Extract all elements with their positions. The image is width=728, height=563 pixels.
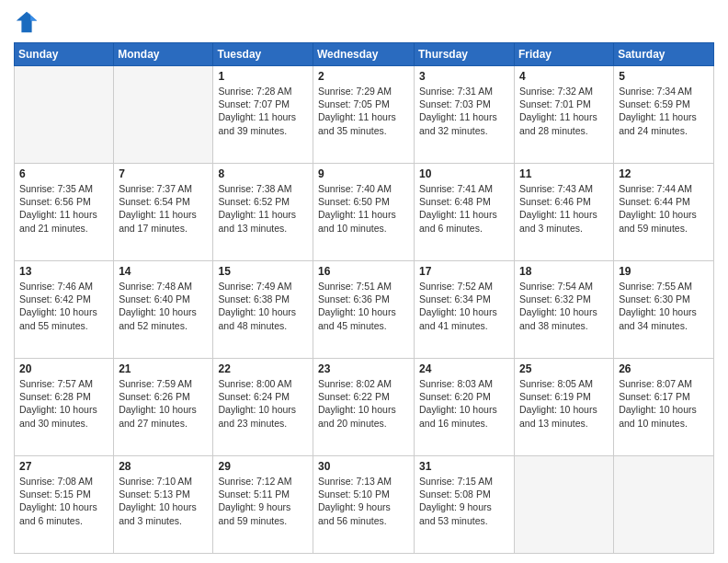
day-number: 2: [318, 70, 409, 83]
day-info: Sunrise: 7:08 AMSunset: 5:15 PMDaylight:…: [19, 475, 108, 527]
day-info: Sunrise: 7:31 AMSunset: 7:03 PMDaylight:…: [419, 85, 509, 137]
day-cell: 29Sunrise: 7:12 AMSunset: 5:11 PMDayligh…: [213, 456, 313, 554]
day-number: 3: [419, 70, 509, 83]
day-number: 20: [19, 362, 108, 375]
day-cell: 28Sunrise: 7:10 AMSunset: 5:13 PMDayligh…: [114, 456, 213, 554]
day-cell: 27Sunrise: 7:08 AMSunset: 5:15 PMDayligh…: [15, 456, 114, 554]
day-info: Sunrise: 7:52 AMSunset: 6:34 PMDaylight:…: [419, 280, 509, 332]
day-cell: 21Sunrise: 7:59 AMSunset: 6:26 PMDayligh…: [114, 359, 213, 456]
day-info: Sunrise: 8:02 AMSunset: 6:22 PMDaylight:…: [318, 377, 409, 430]
day-cell: 19Sunrise: 7:55 AMSunset: 6:30 PMDayligh…: [614, 261, 714, 359]
week-row-2: 6Sunrise: 7:35 AMSunset: 6:56 PMDaylight…: [15, 164, 714, 261]
day-cell: 6Sunrise: 7:35 AMSunset: 6:56 PMDaylight…: [15, 164, 114, 261]
day-cell: [515, 456, 614, 554]
day-number: 25: [519, 362, 609, 375]
week-row-4: 20Sunrise: 7:57 AMSunset: 6:28 PMDayligh…: [15, 359, 714, 456]
logo: [14, 9, 43, 35]
header-friday: Friday: [515, 43, 614, 66]
day-number: 11: [519, 167, 609, 180]
day-cell: 9Sunrise: 7:40 AMSunset: 6:50 PMDaylight…: [313, 164, 415, 261]
calendar-header: SundayMondayTuesdayWednesdayThursdayFrid…: [15, 43, 714, 66]
day-cell: 31Sunrise: 7:15 AMSunset: 5:08 PMDayligh…: [415, 456, 515, 554]
day-cell: 8Sunrise: 7:38 AMSunset: 6:52 PMDaylight…: [213, 164, 313, 261]
day-cell: 7Sunrise: 7:37 AMSunset: 6:54 PMDaylight…: [114, 164, 213, 261]
day-cell: 1Sunrise: 7:28 AMSunset: 7:07 PMDaylight…: [213, 66, 313, 164]
day-cell: 26Sunrise: 8:07 AMSunset: 6:17 PMDayligh…: [614, 359, 714, 456]
day-info: Sunrise: 8:00 AMSunset: 6:24 PMDaylight:…: [218, 377, 308, 430]
day-number: 27: [19, 460, 108, 473]
day-info: Sunrise: 7:46 AMSunset: 6:42 PMDaylight:…: [19, 280, 108, 332]
week-row-3: 13Sunrise: 7:46 AMSunset: 6:42 PMDayligh…: [15, 261, 714, 359]
page: SundayMondayTuesdayWednesdayThursdayFrid…: [0, 0, 728, 563]
day-info: Sunrise: 7:29 AMSunset: 7:05 PMDaylight:…: [318, 85, 409, 137]
day-cell: [614, 456, 714, 554]
day-cell: 11Sunrise: 7:43 AMSunset: 6:46 PMDayligh…: [515, 164, 614, 261]
svg-marker-0: [17, 12, 37, 32]
header-row: SundayMondayTuesdayWednesdayThursdayFrid…: [15, 43, 714, 66]
header-tuesday: Tuesday: [213, 43, 313, 66]
day-cell: 10Sunrise: 7:41 AMSunset: 6:48 PMDayligh…: [415, 164, 515, 261]
day-cell: 4Sunrise: 7:32 AMSunset: 7:01 PMDaylight…: [515, 66, 614, 164]
calendar-body: 1Sunrise: 7:28 AMSunset: 7:07 PMDaylight…: [15, 66, 714, 554]
calendar-table: SundayMondayTuesdayWednesdayThursdayFrid…: [14, 42, 714, 554]
day-number: 21: [119, 362, 208, 375]
day-info: Sunrise: 7:38 AMSunset: 6:52 PMDaylight:…: [218, 182, 308, 235]
day-number: 7: [119, 167, 208, 180]
day-number: 18: [519, 265, 609, 278]
day-number: 8: [218, 167, 308, 180]
day-cell: 5Sunrise: 7:34 AMSunset: 6:59 PMDaylight…: [614, 66, 714, 164]
day-number: 22: [218, 362, 308, 375]
day-info: Sunrise: 8:03 AMSunset: 6:20 PMDaylight:…: [419, 377, 509, 430]
day-info: Sunrise: 7:13 AMSunset: 5:10 PMDaylight:…: [318, 475, 409, 527]
day-cell: 12Sunrise: 7:44 AMSunset: 6:44 PMDayligh…: [614, 164, 714, 261]
header-saturday: Saturday: [614, 43, 714, 66]
day-info: Sunrise: 8:07 AMSunset: 6:17 PMDaylight:…: [619, 377, 709, 430]
day-number: 28: [119, 460, 208, 473]
day-info: Sunrise: 7:51 AMSunset: 6:36 PMDaylight:…: [318, 280, 409, 332]
header-sunday: Sunday: [15, 43, 114, 66]
day-number: 15: [218, 265, 308, 278]
day-cell: [15, 66, 114, 164]
day-cell: 20Sunrise: 7:57 AMSunset: 6:28 PMDayligh…: [15, 359, 114, 456]
logo-icon: [14, 9, 40, 35]
day-cell: 30Sunrise: 7:13 AMSunset: 5:10 PMDayligh…: [313, 456, 415, 554]
day-info: Sunrise: 7:12 AMSunset: 5:11 PMDaylight:…: [218, 475, 308, 527]
day-number: 16: [318, 265, 409, 278]
header-monday: Monday: [114, 43, 213, 66]
day-number: 12: [619, 167, 709, 180]
day-info: Sunrise: 7:32 AMSunset: 7:01 PMDaylight:…: [519, 85, 609, 137]
week-row-1: 1Sunrise: 7:28 AMSunset: 7:07 PMDaylight…: [15, 66, 714, 164]
day-info: Sunrise: 7:43 AMSunset: 6:46 PMDaylight:…: [519, 182, 609, 235]
day-info: Sunrise: 7:34 AMSunset: 6:59 PMDaylight:…: [619, 85, 709, 137]
day-cell: [114, 66, 213, 164]
week-row-5: 27Sunrise: 7:08 AMSunset: 5:15 PMDayligh…: [15, 456, 714, 554]
day-info: Sunrise: 8:05 AMSunset: 6:19 PMDaylight:…: [519, 377, 609, 430]
day-number: 17: [419, 265, 509, 278]
day-info: Sunrise: 7:10 AMSunset: 5:13 PMDaylight:…: [119, 475, 208, 527]
header-wednesday: Wednesday: [313, 43, 415, 66]
day-info: Sunrise: 7:59 AMSunset: 6:26 PMDaylight:…: [119, 377, 208, 430]
day-number: 4: [519, 70, 609, 83]
day-info: Sunrise: 7:57 AMSunset: 6:28 PMDaylight:…: [19, 377, 108, 430]
day-info: Sunrise: 7:28 AMSunset: 7:07 PMDaylight:…: [218, 85, 308, 137]
day-info: Sunrise: 7:40 AMSunset: 6:50 PMDaylight:…: [318, 182, 409, 235]
day-number: 30: [318, 460, 409, 473]
day-cell: 24Sunrise: 8:03 AMSunset: 6:20 PMDayligh…: [415, 359, 515, 456]
day-info: Sunrise: 7:37 AMSunset: 6:54 PMDaylight:…: [119, 182, 208, 235]
day-info: Sunrise: 7:54 AMSunset: 6:32 PMDaylight:…: [519, 280, 609, 332]
day-cell: 2Sunrise: 7:29 AMSunset: 7:05 PMDaylight…: [313, 66, 415, 164]
day-info: Sunrise: 7:48 AMSunset: 6:40 PMDaylight:…: [119, 280, 208, 332]
day-cell: 13Sunrise: 7:46 AMSunset: 6:42 PMDayligh…: [15, 261, 114, 359]
day-number: 31: [419, 460, 509, 473]
day-number: 26: [619, 362, 709, 375]
day-number: 5: [619, 70, 709, 83]
day-cell: 3Sunrise: 7:31 AMSunset: 7:03 PMDaylight…: [415, 66, 515, 164]
day-number: 6: [19, 167, 108, 180]
day-info: Sunrise: 7:44 AMSunset: 6:44 PMDaylight:…: [619, 182, 709, 235]
day-info: Sunrise: 7:15 AMSunset: 5:08 PMDaylight:…: [419, 475, 509, 527]
day-info: Sunrise: 7:49 AMSunset: 6:38 PMDaylight:…: [218, 280, 308, 332]
day-number: 24: [419, 362, 509, 375]
day-number: 10: [419, 167, 509, 180]
day-cell: 14Sunrise: 7:48 AMSunset: 6:40 PMDayligh…: [114, 261, 213, 359]
day-cell: 23Sunrise: 8:02 AMSunset: 6:22 PMDayligh…: [313, 359, 415, 456]
